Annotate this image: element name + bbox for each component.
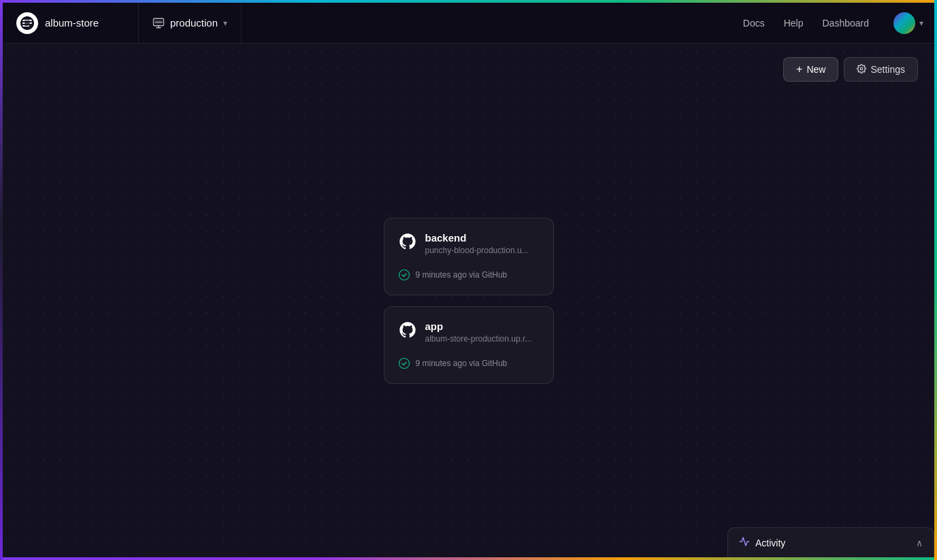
- svg-point-6: [399, 269, 409, 280]
- github-icon-backend: [398, 232, 417, 251]
- activity-chevron-icon: ∧: [916, 538, 923, 548]
- new-button-label: New: [806, 64, 825, 75]
- user-avatar-button[interactable]: ▾: [888, 12, 934, 34]
- settings-button-label: Settings: [870, 64, 905, 75]
- activity-left: Activity: [739, 536, 785, 550]
- settings-button[interactable]: Settings: [844, 57, 918, 82]
- toolbar: + New Settings: [783, 57, 918, 82]
- service-status-app: 9 minutes ago via GitHub: [416, 359, 508, 368]
- environment-chevron-icon: ▾: [223, 18, 227, 28]
- app-container: album-store production ▾ Docs Help Dashb…: [3, 3, 934, 557]
- activity-label: Activity: [755, 538, 785, 548]
- environment-selector[interactable]: production ▾: [139, 3, 242, 43]
- help-link[interactable]: Help: [776, 14, 812, 33]
- svg-point-5: [861, 67, 864, 70]
- main-content: + New Settings: [3, 44, 934, 557]
- status-check-icon-app: [398, 357, 410, 369]
- brand-section[interactable]: album-store: [3, 3, 139, 43]
- services-list: backend punchy-blood-production.u... 9 m…: [384, 218, 554, 384]
- new-button[interactable]: + New: [783, 57, 838, 82]
- service-name-backend: backend: [425, 232, 529, 244]
- avatar: [893, 12, 915, 34]
- card-title-group-backend: backend punchy-blood-production.u...: [425, 232, 529, 255]
- gradient-right-border: [934, 0, 937, 560]
- gradient-bottom-border: [0, 557, 937, 560]
- navbar: album-store production ▾ Docs Help Dashb…: [3, 3, 934, 44]
- service-url-backend: punchy-blood-production.u...: [425, 246, 529, 255]
- activity-icon: [739, 536, 750, 550]
- card-header-backend: backend punchy-blood-production.u...: [398, 232, 540, 255]
- service-name-app: app: [425, 320, 532, 332]
- github-icon-app: [398, 320, 417, 340]
- service-card-backend[interactable]: backend punchy-blood-production.u... 9 m…: [384, 218, 554, 295]
- docs-link[interactable]: Docs: [735, 14, 773, 33]
- gradient-left-border: [0, 0, 3, 560]
- service-card-app[interactable]: app album-store-production.up.r... 9 min…: [384, 306, 554, 384]
- activity-bar[interactable]: Activity ∧: [727, 527, 934, 557]
- card-header-app: app album-store-production.up.r...: [398, 320, 540, 344]
- plus-icon: +: [796, 63, 802, 76]
- svg-point-7: [399, 358, 409, 368]
- card-status-app: 9 minutes ago via GitHub: [398, 357, 540, 369]
- environment-name: production: [170, 17, 218, 29]
- environment-icon: [152, 17, 165, 29]
- status-check-icon-backend: [398, 269, 410, 281]
- dashboard-link[interactable]: Dashboard: [815, 14, 878, 33]
- avatar-chevron-icon: ▾: [919, 18, 923, 28]
- gradient-top-border: [0, 0, 937, 3]
- service-url-app: album-store-production.up.r...: [425, 334, 532, 344]
- brand-logo: [16, 12, 38, 34]
- service-status-backend: 9 minutes ago via GitHub: [416, 270, 508, 280]
- gear-icon: [857, 64, 866, 76]
- brand-name: album-store: [45, 17, 99, 29]
- card-title-group-app: app album-store-production.up.r...: [425, 320, 532, 344]
- nav-links: Docs Help Dashboard: [724, 14, 888, 33]
- card-status-backend: 9 minutes ago via GitHub: [398, 269, 540, 281]
